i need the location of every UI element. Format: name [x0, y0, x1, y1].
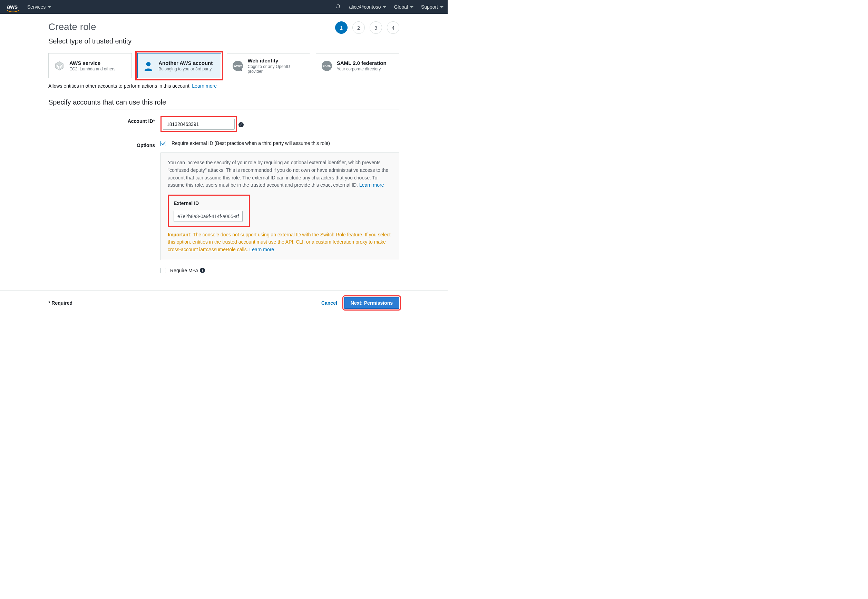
- caret-down-icon: [410, 6, 413, 8]
- cancel-button[interactable]: Cancel: [321, 300, 337, 306]
- caret-down-icon: [48, 6, 51, 8]
- account-label: alice@contoso: [349, 4, 381, 10]
- next-permissions-button[interactable]: Next: Permissions: [344, 297, 399, 309]
- entity-aws-service[interactable]: AWS service EC2, Lambda and others: [48, 53, 132, 78]
- entity-sub: Cognito or any OpenID provider: [248, 64, 305, 74]
- require-external-id-label: Require external ID (Best practice when …: [172, 140, 330, 146]
- wizard-steps: 1 2 3 4: [335, 21, 399, 34]
- top-nav: aws Services alice@contoso Global Suppor…: [0, 0, 448, 14]
- person-icon: [143, 60, 154, 72]
- cube-icon: [53, 60, 65, 72]
- learn-more-link[interactable]: Learn more: [250, 247, 274, 252]
- account-id-input[interactable]: [163, 119, 235, 130]
- account-id-highlight: [160, 116, 237, 132]
- external-id-label: External ID: [173, 200, 244, 208]
- entity-web-identity[interactable]: www Web identity Cognito or any OpenID p…: [227, 53, 310, 78]
- trusted-entity-options: AWS service EC2, Lambda and others Anoth…: [48, 53, 399, 78]
- external-id-input[interactable]: [173, 211, 243, 222]
- bell-icon[interactable]: [335, 4, 341, 10]
- require-mfa-label: Require MFA: [170, 268, 199, 273]
- entity-saml-federation[interactable]: SAML SAML 2.0 federation Your corporate …: [316, 53, 399, 78]
- entity-another-aws-account[interactable]: Another AWS account Belonging to you or …: [137, 53, 221, 78]
- services-menu[interactable]: Services: [27, 4, 51, 10]
- step-1[interactable]: 1: [335, 21, 348, 34]
- step-2[interactable]: 2: [353, 21, 365, 34]
- www-icon: www: [232, 60, 244, 72]
- entity-sub: EC2, Lambda and others: [69, 66, 115, 71]
- required-note: * Required: [48, 300, 72, 306]
- learn-more-link[interactable]: Learn more: [359, 182, 384, 188]
- page-title: Create role: [48, 21, 96, 32]
- region-label: Global: [394, 4, 408, 10]
- external-id-detail-box: You can increase the security of your ro…: [160, 152, 399, 260]
- info-icon[interactable]: i: [200, 268, 205, 273]
- external-id-highlight: External ID: [168, 195, 250, 227]
- svg-point-0: [146, 62, 151, 66]
- step-4[interactable]: 4: [387, 21, 399, 34]
- support-label: Support: [421, 4, 438, 10]
- step-3[interactable]: 3: [370, 21, 382, 34]
- info-icon[interactable]: i: [238, 122, 244, 127]
- account-id-label: Account ID*: [48, 116, 160, 124]
- aws-logo[interactable]: aws: [7, 3, 18, 11]
- caret-down-icon: [383, 6, 386, 8]
- entity-sub: Belonging to you or 3rd party: [158, 66, 212, 71]
- entity-title: AWS service: [69, 60, 115, 66]
- external-id-explanation: You can increase the security of your ro…: [168, 160, 388, 188]
- require-mfa-checkbox[interactable]: [160, 268, 166, 273]
- section-accounts-heading: Specify accounts that can use this role: [48, 98, 399, 109]
- saml-icon: SAML: [321, 60, 333, 72]
- services-label: Services: [27, 4, 46, 10]
- entity-sub: Your corporate directory: [337, 66, 387, 71]
- support-menu[interactable]: Support: [421, 4, 443, 10]
- entity-title: SAML 2.0 federation: [337, 60, 387, 66]
- options-label: Options: [48, 140, 160, 148]
- section-trusted-entity-heading: Select type of trusted entity: [48, 37, 399, 48]
- region-menu[interactable]: Global: [394, 4, 413, 10]
- entity-title: Web identity: [248, 58, 305, 63]
- learn-more-link[interactable]: Learn more: [192, 83, 217, 89]
- entity-description: Allows entities in other accounts to per…: [48, 83, 399, 89]
- entity-title: Another AWS account: [158, 60, 212, 66]
- aws-smile-icon: [7, 10, 19, 12]
- caret-down-icon: [440, 6, 443, 8]
- page-body: Create role 1 2 3 4 Select type of trust…: [48, 14, 399, 273]
- require-external-id-checkbox[interactable]: [160, 141, 166, 146]
- important-note: Important: The console does not support …: [168, 231, 392, 254]
- wizard-footer: * Required Cancel Next: Permissions: [0, 290, 448, 315]
- account-menu[interactable]: alice@contoso: [349, 4, 386, 10]
